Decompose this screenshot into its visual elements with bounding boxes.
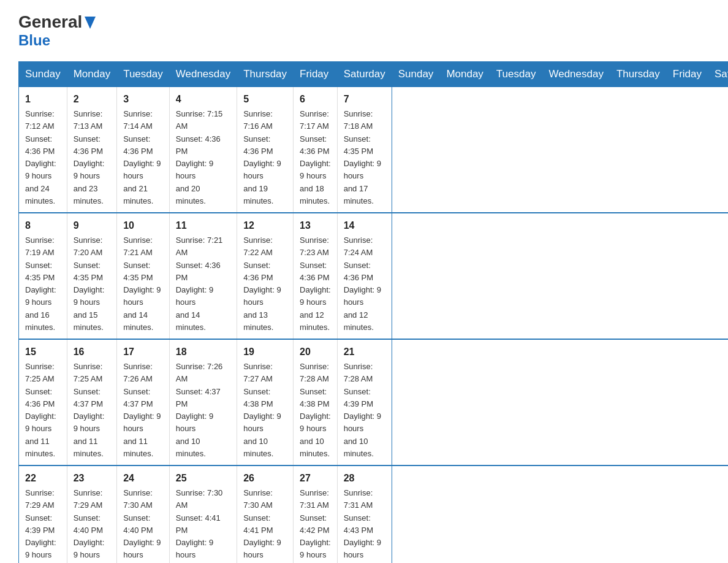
calendar-cell: 25Sunrise: 7:30 AMSunset: 4:41 PMDayligh… — [169, 465, 237, 563]
day-number: 7 — [344, 92, 385, 107]
day-info: Sunrise: 7:28 AMSunset: 4:38 PMDaylight:… — [300, 362, 331, 458]
day-number: 22 — [25, 471, 61, 486]
day-info: Sunrise: 7:25 AMSunset: 4:36 PMDaylight:… — [25, 362, 56, 458]
day-number: 12 — [243, 218, 287, 233]
day-info: Sunrise: 7:24 AMSunset: 4:36 PMDaylight:… — [344, 236, 381, 332]
day-info: Sunrise: 7:31 AMSunset: 4:43 PMDaylight:… — [344, 488, 381, 563]
day-info: Sunrise: 7:16 AMSunset: 4:36 PMDaylight:… — [243, 109, 281, 205]
calendar-cell: 24Sunrise: 7:30 AMSunset: 4:40 PMDayligh… — [117, 465, 170, 563]
day-number: 14 — [344, 218, 385, 233]
day-info: Sunrise: 7:18 AMSunset: 4:35 PMDaylight:… — [344, 109, 381, 205]
day-info: Sunrise: 7:21 AMSunset: 4:35 PMDaylight:… — [123, 236, 161, 332]
day-number: 9 — [74, 218, 110, 233]
calendar-cell: 11Sunrise: 7:21 AMSunset: 4:36 PMDayligh… — [169, 213, 237, 339]
header-sunday: Sunday — [19, 62, 67, 87]
day-number: 13 — [300, 218, 331, 233]
day-info: Sunrise: 7:23 AMSunset: 4:36 PMDaylight:… — [300, 236, 331, 332]
calendar-cell: 15Sunrise: 7:25 AMSunset: 4:36 PMDayligh… — [19, 339, 67, 465]
day-info: Sunrise: 7:15 AMSunset: 4:36 PMDaylight:… — [176, 109, 223, 205]
day-info: Sunrise: 7:30 AMSunset: 4:40 PMDaylight:… — [123, 488, 161, 563]
day-number: 25 — [176, 471, 230, 486]
day-number: 18 — [176, 345, 230, 359]
day-number: 24 — [123, 471, 163, 486]
calendar-week-row: 1Sunrise: 7:12 AMSunset: 4:36 PMDaylight… — [19, 87, 729, 213]
day-info: Sunrise: 7:21 AMSunset: 4:36 PMDaylight:… — [176, 236, 223, 332]
day-info: Sunrise: 7:29 AMSunset: 4:40 PMDaylight:… — [74, 488, 105, 563]
day-number: 23 — [74, 471, 110, 486]
day-number: 3 — [123, 92, 163, 107]
calendar-cell: 3Sunrise: 7:14 AMSunset: 4:36 PMDaylight… — [117, 87, 170, 213]
logo-triangle-icon — [85, 17, 96, 31]
weekday-header-monday: Monday — [440, 62, 490, 87]
day-info: Sunrise: 7:22 AMSunset: 4:36 PMDaylight:… — [243, 236, 281, 332]
day-info: Sunrise: 7:25 AMSunset: 4:37 PMDaylight:… — [74, 362, 105, 458]
day-number: 5 — [243, 92, 287, 107]
day-number: 28 — [344, 471, 385, 486]
calendar-week-row: 22Sunrise: 7:29 AMSunset: 4:39 PMDayligh… — [19, 465, 729, 563]
calendar-cell: 18Sunrise: 7:26 AMSunset: 4:37 PMDayligh… — [169, 339, 237, 465]
calendar-week-row: 15Sunrise: 7:25 AMSunset: 4:36 PMDayligh… — [19, 339, 729, 465]
calendar-cell: 1Sunrise: 7:12 AMSunset: 4:36 PMDaylight… — [19, 87, 67, 213]
calendar-cell: 19Sunrise: 7:27 AMSunset: 4:38 PMDayligh… — [237, 339, 294, 465]
weekday-header-wednesday: Wednesday — [542, 62, 610, 87]
calendar-cell: 28Sunrise: 7:31 AMSunset: 4:43 PMDayligh… — [337, 465, 392, 563]
day-info: Sunrise: 7:30 AMSunset: 4:41 PMDaylight:… — [243, 488, 281, 563]
calendar-cell: 7Sunrise: 7:18 AMSunset: 4:35 PMDaylight… — [337, 87, 392, 213]
logo-general-text: General — [18, 12, 82, 32]
calendar-cell: 26Sunrise: 7:30 AMSunset: 4:41 PMDayligh… — [237, 465, 294, 563]
day-number: 4 — [176, 92, 230, 107]
header-monday: Monday — [67, 62, 116, 87]
calendar-cell: 16Sunrise: 7:25 AMSunset: 4:37 PMDayligh… — [67, 339, 116, 465]
day-number: 11 — [176, 218, 230, 233]
calendar-week-row: 8Sunrise: 7:19 AMSunset: 4:35 PMDaylight… — [19, 213, 729, 339]
day-info: Sunrise: 7:28 AMSunset: 4:39 PMDaylight:… — [344, 362, 381, 458]
day-info: Sunrise: 7:26 AMSunset: 4:37 PMDaylight:… — [123, 362, 161, 458]
calendar-cell: 13Sunrise: 7:23 AMSunset: 4:36 PMDayligh… — [294, 213, 338, 339]
day-number: 1 — [25, 92, 61, 107]
day-number: 26 — [243, 471, 287, 486]
day-number: 6 — [300, 92, 331, 107]
weekday-header-saturday: Saturday — [708, 62, 728, 87]
day-info: Sunrise: 7:26 AMSunset: 4:37 PMDaylight:… — [176, 362, 223, 458]
calendar-cell: 10Sunrise: 7:21 AMSunset: 4:35 PMDayligh… — [117, 213, 170, 339]
calendar-cell: 6Sunrise: 7:17 AMSunset: 4:36 PMDaylight… — [294, 87, 338, 213]
header-wednesday: Wednesday — [169, 62, 237, 87]
day-info: Sunrise: 7:13 AMSunset: 4:36 PMDaylight:… — [74, 109, 105, 205]
day-number: 10 — [123, 218, 163, 233]
calendar-cell: 27Sunrise: 7:31 AMSunset: 4:42 PMDayligh… — [294, 465, 338, 563]
logo: General Blue — [18, 12, 96, 49]
header-thursday: Thursday — [237, 62, 294, 87]
calendar-cell: 23Sunrise: 7:29 AMSunset: 4:40 PMDayligh… — [67, 465, 116, 563]
page-header: General Blue — [18, 12, 710, 49]
logo-blue-text: Blue — [18, 32, 50, 48]
calendar-cell: 14Sunrise: 7:24 AMSunset: 4:36 PMDayligh… — [337, 213, 392, 339]
weekday-header-thursday: Thursday — [610, 62, 666, 87]
day-info: Sunrise: 7:29 AMSunset: 4:39 PMDaylight:… — [25, 488, 56, 563]
calendar-cell: 2Sunrise: 7:13 AMSunset: 4:36 PMDaylight… — [67, 87, 116, 213]
calendar-cell: 5Sunrise: 7:16 AMSunset: 4:36 PMDaylight… — [237, 87, 294, 213]
day-info: Sunrise: 7:17 AMSunset: 4:36 PMDaylight:… — [300, 109, 331, 205]
day-info: Sunrise: 7:31 AMSunset: 4:42 PMDaylight:… — [300, 488, 331, 563]
day-number: 20 — [300, 345, 331, 359]
weekday-header-sunday: Sunday — [392, 62, 440, 87]
day-info: Sunrise: 7:14 AMSunset: 4:36 PMDaylight:… — [123, 109, 161, 205]
weekday-header-friday: Friday — [666, 62, 708, 87]
calendar-cell: 17Sunrise: 7:26 AMSunset: 4:37 PMDayligh… — [117, 339, 170, 465]
day-info: Sunrise: 7:30 AMSunset: 4:41 PMDaylight:… — [176, 488, 223, 563]
header-friday: Friday — [294, 62, 338, 87]
day-number: 2 — [74, 92, 110, 107]
day-info: Sunrise: 7:12 AMSunset: 4:36 PMDaylight:… — [25, 109, 56, 205]
calendar-header-row: SundayMondayTuesdayWednesdayThursdayFrid… — [19, 62, 729, 87]
day-number: 21 — [344, 345, 385, 359]
header-tuesday: Tuesday — [117, 62, 170, 87]
day-number: 8 — [25, 218, 61, 233]
day-number: 16 — [74, 345, 110, 359]
day-info: Sunrise: 7:27 AMSunset: 4:38 PMDaylight:… — [243, 362, 281, 458]
day-info: Sunrise: 7:20 AMSunset: 4:35 PMDaylight:… — [74, 236, 105, 332]
header-saturday: Saturday — [337, 62, 392, 87]
day-info: Sunrise: 7:19 AMSunset: 4:35 PMDaylight:… — [25, 236, 56, 332]
calendar-cell: 12Sunrise: 7:22 AMSunset: 4:36 PMDayligh… — [237, 213, 294, 339]
day-number: 19 — [243, 345, 287, 359]
calendar-cell: 22Sunrise: 7:29 AMSunset: 4:39 PMDayligh… — [19, 465, 67, 563]
svg-marker-0 — [85, 17, 96, 29]
